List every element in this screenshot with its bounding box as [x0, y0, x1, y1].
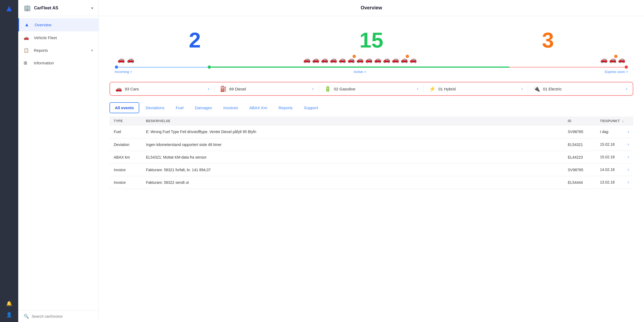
- pb-expires: [513, 67, 625, 68]
- row-arrow-icon[interactable]: ›: [628, 180, 629, 185]
- incoming-count: 2: [189, 30, 201, 51]
- nav-list: ▲ Overview 🚗 Vehicle Fleet 📋 Reports ▾ ⊞…: [18, 16, 98, 308]
- page-title: Overview: [361, 5, 382, 11]
- tab-invoices[interactable]: Invoices: [218, 102, 243, 113]
- cell-id: EL54444: [564, 176, 596, 189]
- reports-chevron-icon: ▾: [91, 48, 93, 52]
- search-icon: 🔍: [24, 314, 29, 319]
- stats-row: 2 15 3: [109, 24, 633, 54]
- sidebar-item-information[interactable]: ⊞ Information: [18, 57, 98, 69]
- alert-badge: !: [406, 55, 409, 58]
- overview-icon: ▲: [24, 22, 31, 28]
- car-icon: 🚗: [118, 56, 125, 63]
- information-icon: ⊞: [24, 60, 30, 65]
- sidebar-item-vehicle-fleet[interactable]: 🚗 Vehicle Fleet: [18, 31, 98, 44]
- cell-beskrivelse: Fakturanr. 58322 sendt ut: [142, 176, 564, 189]
- timeline-label-incoming[interactable]: Incoming >: [115, 70, 207, 74]
- cell-tidspunkt: 14.02.18 ›: [596, 163, 633, 176]
- sidebar: 🏢 CarFleet AS ▾ ▲ Overview 🚗 Vehicle Fle…: [18, 0, 99, 322]
- stat-expires[interactable]: 3: [542, 30, 554, 51]
- events-table: TYPE BESKRIVELSE ID TIDSPUNKT ↓ Fuel E: …: [109, 116, 633, 189]
- cell-id: SV98765: [564, 126, 596, 138]
- table-header-row: TYPE BESKRIVELSE ID TIDSPUNKT ↓: [109, 116, 633, 126]
- electric-arrow-icon: ›: [626, 86, 627, 91]
- car-icon: 🚗: [330, 56, 337, 63]
- cell-type: Invoice: [109, 163, 142, 176]
- vehicle-fleet-icon: 🚗: [24, 35, 30, 40]
- timeline-label-expires[interactable]: Expires soon >: [513, 70, 628, 74]
- col-id: ID: [564, 116, 596, 126]
- cell-tidspunkt: I dag ›: [596, 126, 633, 138]
- fleet-item-electric[interactable]: 🔌 01 Electric ›: [528, 86, 633, 92]
- sidebar-item-reports[interactable]: 📋 Reports ▾: [18, 44, 98, 57]
- timeline-container: 🚗 🚗 🚗 🚗 🚗 🚗 🚗 🚗! 🚗 🚗 🚗 🚗: [109, 54, 633, 79]
- car-icon: 🚗: [365, 56, 372, 63]
- timeline-progress-bar: [115, 66, 628, 68]
- stat-active[interactable]: 15: [359, 30, 383, 51]
- row-arrow-icon[interactable]: ›: [628, 129, 629, 134]
- hybrid-icon: ⚡: [429, 86, 436, 92]
- timeline-label-active[interactable]: Active >: [207, 70, 513, 74]
- fleet-gasoline-label: 02 Gasoline: [334, 87, 355, 91]
- gasoline-icon: 🔋: [324, 86, 331, 92]
- reports-icon: 📋: [24, 48, 30, 53]
- expires-count: 3: [542, 30, 554, 51]
- stat-incoming[interactable]: 2: [189, 30, 201, 51]
- fleet-cars-label: 93 Cars: [125, 87, 139, 91]
- fleet-item-hybrid[interactable]: ⚡ 01 Hybrid ›: [424, 86, 528, 92]
- tab-fuel[interactable]: Fuel: [171, 102, 188, 113]
- col-tidspunkt[interactable]: TIDSPUNKT ↓: [596, 116, 633, 126]
- row-arrow-icon[interactable]: ›: [628, 155, 629, 159]
- app-logo[interactable]: [4, 4, 14, 13]
- cell-tidspunkt: 15.02.18 ›: [596, 138, 633, 151]
- car-icon: 🚗: [339, 56, 346, 63]
- row-arrow-icon[interactable]: ›: [628, 167, 629, 172]
- col-beskrivelse: BESKRIVELSE: [142, 116, 564, 126]
- sidebar-item-label: Information: [34, 61, 93, 65]
- tab-abax-km[interactable]: ABAX Km: [244, 102, 272, 113]
- cell-type: Invoice: [109, 176, 142, 189]
- company-chevron-icon: ▾: [91, 6, 93, 10]
- tab-deviations[interactable]: Deviations: [141, 102, 169, 113]
- alert-badge: !: [614, 55, 617, 58]
- user-icon[interactable]: 👤: [6, 312, 12, 318]
- company-name: CarFleet AS: [34, 6, 91, 10]
- cell-id: EL54321: [564, 138, 596, 151]
- sort-arrow-icon: ↓: [622, 119, 624, 123]
- car-icon: 🚗: [356, 56, 364, 63]
- search-input[interactable]: [32, 314, 93, 319]
- cars-icon: 🚗: [115, 86, 122, 92]
- fleet-electric-label: 01 Electric: [543, 87, 562, 91]
- table-row: Deviation Ingen kilometerstand rapporter…: [109, 138, 633, 151]
- tab-reports[interactable]: Reports: [274, 102, 298, 113]
- timeline-labels: Incoming > Active > Expires soon >: [115, 70, 628, 74]
- row-arrow-icon[interactable]: ›: [628, 142, 629, 147]
- tab-damages[interactable]: Damages: [190, 102, 217, 113]
- cell-id: EL44223: [564, 151, 596, 163]
- hybrid-arrow-icon: ›: [521, 86, 523, 91]
- fleet-item-diesel[interactable]: ⛽ 89 Diesel ›: [215, 86, 319, 92]
- cell-beskrivelse: Fakturanr. 58321 forfalt, kr. 141 894,07: [142, 163, 564, 176]
- bell-icon[interactable]: 🔔: [6, 301, 12, 306]
- tab-all-events[interactable]: All events: [109, 102, 139, 113]
- table-row: Invoice Fakturanr. 58321 forfalt, kr. 14…: [109, 163, 633, 176]
- cell-beskrivelse: Ingen kilometerstand rapportert siste 48…: [142, 138, 564, 151]
- car-icon: 🚗: [618, 56, 625, 63]
- cell-tidspunkt: 15.02.18 ›: [596, 151, 633, 163]
- sidebar-item-overview[interactable]: ▲ Overview: [18, 18, 98, 31]
- electric-icon: 🔌: [533, 86, 540, 92]
- alert-badge: !: [353, 55, 356, 58]
- cell-beskrivelse: E: Wrong Fuel Type Feil drivstofftype. V…: [142, 126, 564, 138]
- sidebar-strip: 🔔 👤: [0, 0, 18, 322]
- company-header[interactable]: 🏢 CarFleet AS ▾: [18, 0, 98, 16]
- car-icon: 🚗: [409, 56, 417, 63]
- fleet-item-gasoline[interactable]: 🔋 02 Gasoline ›: [319, 86, 424, 92]
- search-container: 🔍: [18, 310, 98, 322]
- fleet-item-cars[interactable]: 🚗 93 Cars ›: [110, 86, 215, 92]
- cell-tidspunkt: 13.02.18 ›: [596, 176, 633, 189]
- fleet-summary: 🚗 93 Cars › ⛽ 89 Diesel › 🔋 02 Gasoline …: [109, 82, 633, 96]
- car-icon: 🚗: [303, 56, 310, 63]
- sidebar-item-label: Reports: [34, 48, 91, 53]
- tab-support[interactable]: Support: [299, 102, 323, 113]
- table-row: Fuel E: Wrong Fuel Type Feil drivstoffty…: [109, 126, 633, 138]
